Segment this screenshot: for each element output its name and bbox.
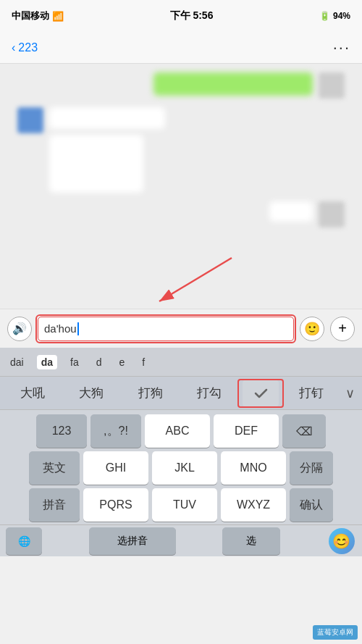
bubble-image [49, 135, 143, 193]
emoji-icon: 🙂 [304, 321, 320, 337]
key-pinyin[interactable]: 拼音 [29, 488, 80, 522]
select-pinyin-button[interactable]: 选拼音 [89, 527, 176, 555]
pinyin-suggestion-0[interactable]: dai [6, 355, 28, 369]
emoji-button[interactable]: 🙂 [300, 317, 324, 341]
text-input[interactable]: da'hou [38, 317, 294, 341]
input-area-wrapper: 🔊 da'hou 🙂 + [0, 309, 362, 348]
check-item-wrapper [239, 380, 282, 407]
key-ghi[interactable]: GHI [83, 451, 148, 485]
key-123[interactable]: 123 [36, 414, 87, 448]
expand-suggestions-button[interactable]: ∨ [341, 385, 359, 401]
input-area: 🔊 da'hou 🙂 + [0, 309, 362, 348]
annotation-arrow [116, 251, 261, 309]
status-bar: 中国移动 📶 下午 5:56 🔋 94% [0, 0, 362, 32]
voice-icon: 🔊 [12, 322, 27, 335]
bubble [49, 107, 165, 129]
more-button[interactable]: ··· [333, 38, 350, 57]
select-label: 选 [246, 535, 256, 548]
pinyin-suggestion-1[interactable]: da [37, 355, 57, 369]
checkmark-button[interactable] [243, 380, 279, 407]
message-right-1 [12, 72, 350, 99]
key-punctuation[interactable]: ,。?! [90, 414, 141, 448]
text-input-wrapper: da'hou [38, 317, 294, 341]
key-def[interactable]: DEF [214, 414, 279, 448]
input-text: da'hou [44, 322, 77, 335]
bubble [153, 72, 313, 96]
status-left: 中国移动 📶 [12, 9, 64, 22]
key-row-1: 123 ,。?! ABC DEF ⌫ [3, 414, 359, 448]
key-backspace[interactable]: ⌫ [282, 414, 326, 448]
message-left-1 [12, 107, 350, 193]
nav-bar: ‹ 223 ··· [0, 32, 362, 64]
status-time: 下午 5:56 [170, 9, 214, 22]
wifi-icon: 📶 [52, 11, 64, 22]
key-pqrs[interactable]: PQRS [83, 488, 148, 522]
key-jkl[interactable]: JKL [152, 451, 217, 485]
pinyin-suggestion-4[interactable]: e [115, 355, 130, 369]
chinese-suggestion-1[interactable]: 大狗 [62, 377, 120, 410]
key-abc[interactable]: ABC [145, 414, 210, 448]
chinese-suggestion-3[interactable]: 打勾 [180, 377, 238, 410]
bubble [269, 201, 313, 222]
key-tuv[interactable]: TUV [152, 488, 217, 522]
chinese-suggestion-4[interactable]: 打钉 [282, 377, 341, 410]
select-pinyin-label: 选拼音 [117, 535, 148, 548]
plus-icon: + [338, 320, 347, 337]
key-row-3: 拼音 PQRS TUV WXYZ 确认 [3, 488, 359, 522]
add-button[interactable]: + [330, 317, 355, 341]
globe-button[interactable]: 🌐 [6, 527, 42, 555]
watermark: 蓝莓安卓网 [313, 625, 358, 640]
key-wxyz[interactable]: WXYZ [221, 488, 286, 522]
globe-icon: 🌐 [18, 535, 30, 547]
select-button[interactable]: 选 [222, 527, 280, 555]
battery-text: 94% [333, 11, 350, 21]
smiley-wrapper: 😊 [327, 528, 356, 554]
svg-line-1 [159, 258, 232, 301]
pinyin-suggestion-3[interactable]: d [92, 355, 106, 369]
chinese-suggestion-2[interactable]: 打狗 [121, 377, 180, 410]
avatar [17, 107, 43, 133]
carrier-text: 中国移动 [12, 9, 49, 22]
back-button[interactable]: ‹ 223 [12, 41, 38, 54]
battery-icon: 🔋 [319, 11, 330, 21]
status-right: 🔋 94% [319, 11, 350, 21]
chat-area [0, 64, 362, 309]
avatar [319, 201, 345, 227]
chinese-suggestions-row: 大吼 大狗 打狗 打勾 打钉 ∨ [0, 377, 362, 410]
pinyin-suggestion-5[interactable]: f [138, 355, 149, 369]
chinese-suggestion-0[interactable]: 大吼 [3, 377, 62, 410]
keyboard-rows: 123 ,。?! ABC DEF ⌫ 英文 GHI JKL MNO 分隔 拼音 … [0, 410, 362, 524]
checkmark-icon [252, 385, 269, 402]
smiley-button[interactable]: 😊 [329, 528, 355, 554]
key-confirm[interactable]: 确认 [290, 488, 333, 522]
key-english[interactable]: 英文 [29, 451, 80, 485]
keyboard-bottom-bar: 🌐 选拼音 选 😊 [0, 524, 362, 556]
smiley-icon: 😊 [332, 532, 350, 550]
pinyin-suggestion-2[interactable]: fa [66, 355, 83, 369]
voice-button[interactable]: 🔊 [7, 317, 32, 341]
pinyin-suggestions-row: dai da fa d e f [0, 348, 362, 377]
back-count: 223 [18, 41, 38, 54]
message-right-2 [12, 201, 350, 227]
key-row-2: 英文 GHI JKL MNO 分隔 [3, 451, 359, 485]
key-mno[interactable]: MNO [221, 451, 286, 485]
keyboard: dai da fa d e f 大吼 大狗 打狗 打勾 打钉 ∨ 123 ,。?… [0, 348, 362, 556]
key-split[interactable]: 分隔 [290, 451, 333, 485]
text-cursor [77, 322, 79, 335]
avatar [319, 72, 345, 99]
chevron-left-icon: ‹ [12, 41, 15, 54]
